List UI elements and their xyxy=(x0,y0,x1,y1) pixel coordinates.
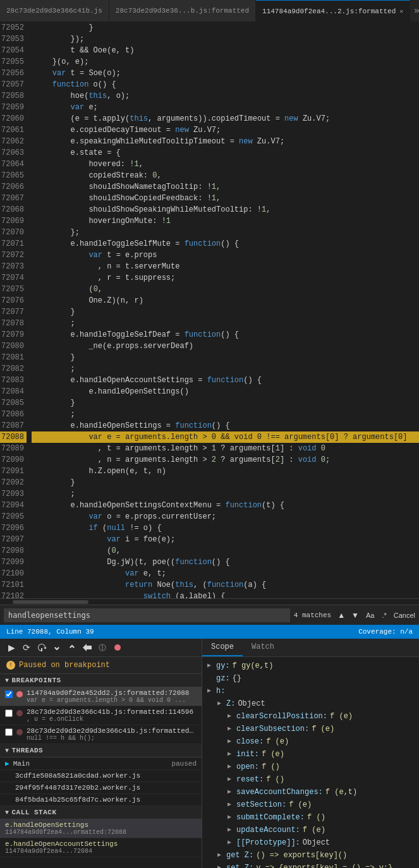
scope-item-3[interactable]: ▶Z:Object xyxy=(202,697,419,710)
tab-2-close[interactable]: ✕ xyxy=(399,8,403,15)
step-button[interactable] xyxy=(81,641,94,654)
resume-button[interactable]: ▶ xyxy=(5,641,18,654)
scope-val-8: f () xyxy=(262,761,280,773)
breakpoint-item-0[interactable]: 114784a9d0f2ea452dd2.js:formatted:72088v… xyxy=(0,687,202,706)
scope-item-0[interactable]: ▶gy:f gy(e,t) xyxy=(202,660,419,672)
code-line-72082: ; xyxy=(32,363,419,375)
breakpoint-item-1[interactable]: 28c73de2d9d3e366c41b.js:formatted:114596… xyxy=(0,706,202,725)
code-line-72092: } xyxy=(32,477,419,488)
threads-header[interactable]: ▼ Threads xyxy=(0,744,202,757)
scope-expand-9[interactable]: ▶ xyxy=(228,774,234,785)
step-over-button[interactable] xyxy=(35,641,48,654)
scope-val-6: f (e) xyxy=(266,736,289,747)
restart-button[interactable]: ⟳ xyxy=(20,641,33,654)
breakpoint-checkbox-1[interactable] xyxy=(5,709,13,717)
scope-val-14: Object xyxy=(303,837,330,848)
scope-item-5[interactable]: ▶clearSubsection:f (e) xyxy=(202,723,419,735)
scope-expand-16[interactable]: ▶ xyxy=(217,862,224,868)
h-scrollbar-thumb[interactable] xyxy=(13,600,88,604)
scope-expand-4[interactable]: ▶ xyxy=(228,711,234,722)
code-line-72100: var e, t; xyxy=(32,568,419,579)
record-button[interactable] xyxy=(111,641,124,654)
scope-item-14[interactable]: ▶[[Prototype]]:Object xyxy=(202,836,419,849)
scope-item-9[interactable]: ▶reset:f () xyxy=(202,773,419,786)
breakpoints-section: ▼ Breakpoints 114784a9d0f2ea452dd2.js:fo… xyxy=(0,674,202,744)
scope-expand-8[interactable]: ▶ xyxy=(228,761,234,773)
thread-item-1[interactable]: 3cdf1e508a5821a0cdad.worker.js xyxy=(0,770,202,782)
search-input[interactable] xyxy=(4,608,290,622)
breakpoint-file-1: 28c73de2d9d3e366c41b.js:formatted:114596 xyxy=(27,708,197,716)
scope-val-3: Object xyxy=(238,698,265,709)
code-lines[interactable]: } }); t && Ooe(e, t) }(o, e); var t = So… xyxy=(32,22,419,598)
breakpoint-checkbox-0[interactable] xyxy=(5,690,13,698)
scope-expand-14[interactable]: ▶ xyxy=(228,837,234,848)
step-into-button[interactable] xyxy=(51,641,63,654)
code-line-72065: copiedStreak: 0, xyxy=(32,170,419,181)
scope-expand-12[interactable]: ▶ xyxy=(228,812,234,823)
scope-key-5: clearSubsection: xyxy=(236,723,309,735)
scope-expand-15[interactable]: ▶ xyxy=(217,850,224,861)
scope-expand-6[interactable]: ▶ xyxy=(228,736,234,747)
tab-1[interactable]: 28c73de2d9d3e36...b.js:formatted xyxy=(109,0,256,21)
horizontal-scrollbar[interactable] xyxy=(0,598,419,605)
regex-button[interactable]: .* xyxy=(379,610,389,620)
scope-expand-2[interactable]: ▶ xyxy=(207,685,214,697)
thread-item-2[interactable]: 294f95f4487d317e20b2.worker.js xyxy=(0,782,202,794)
paused-indicator: ! Paused on breakpoint xyxy=(0,657,202,674)
breakpoint-dot-1 xyxy=(16,710,23,716)
scope-item-13[interactable]: ▶updateAccount:f (e) xyxy=(202,824,419,836)
search-options: ▲ ▼ Aa .* xyxy=(335,608,390,622)
scope-item-6[interactable]: ▶close:f (e) xyxy=(202,735,419,748)
scope-val-11: f (e) xyxy=(289,799,312,811)
scope-expand-10[interactable]: ▶ xyxy=(228,787,234,798)
cursor-position: Line 72088, Column 39 xyxy=(6,628,94,636)
case-sensitive-button[interactable]: Aa xyxy=(363,610,377,620)
breakpoints-header[interactable]: ▼ Breakpoints xyxy=(0,674,202,687)
scope-item-4[interactable]: ▶clearScrollPosition:f (e) xyxy=(202,710,419,723)
disconnect-button[interactable] xyxy=(96,641,109,654)
tab-1-label: 28c73de2d9d3e36...b.js:formatted xyxy=(116,7,249,15)
scope-item-15[interactable]: ▶get Z:() => exports[key]() xyxy=(202,849,419,862)
scope-val-13: f (e) xyxy=(303,824,325,836)
code-line-72081: } xyxy=(32,352,419,363)
scope-item-7[interactable]: ▶init:f (e) xyxy=(202,748,419,761)
search-cancel-button[interactable]: Cancel xyxy=(394,612,415,619)
callstack-header[interactable]: ▼ Call Stack xyxy=(0,806,202,819)
callstack-file-1: 114784a9d0f2ea4...72084 xyxy=(5,848,197,855)
tab-2[interactable]: 114784a9d0f2ea4...2.js:formatted ✕ xyxy=(256,0,410,21)
scope-item-2[interactable]: ▶h: xyxy=(202,685,419,697)
scope-expand-5[interactable]: ▶ xyxy=(228,723,234,735)
code-line-72096: if (null != o) { xyxy=(32,522,419,534)
thread-item-3[interactable]: 84f5bda14b25c65f8d7c.worker.js xyxy=(0,794,202,806)
scope-expand-0[interactable]: ▶ xyxy=(207,660,214,672)
scope-item-12[interactable]: ▶submitComplete:f () xyxy=(202,811,419,824)
scope-expand-3[interactable]: ▶ xyxy=(217,698,224,709)
thread-item-0[interactable]: ▶Mainpaused xyxy=(0,757,202,770)
scope-expand-13[interactable]: ▶ xyxy=(228,824,234,836)
tab-overflow-button[interactable]: » xyxy=(410,6,419,16)
breakpoint-checkbox-2[interactable] xyxy=(5,728,13,736)
scope-item-10[interactable]: ▶saveAccountChanges:f (e,t) xyxy=(202,786,419,799)
callstack-item-1[interactable]: e.handleOpenAccountSettings114784a9d0f2e… xyxy=(0,838,202,857)
scope-expand-7[interactable]: ▶ xyxy=(228,749,234,760)
tab-0[interactable]: 28c73de2d9d3e366c41b.js xyxy=(0,0,109,21)
scope-item-8[interactable]: ▶open:f () xyxy=(202,761,419,773)
callstack-file-0: 114784a9d0f2ea4...ormatted:72088 xyxy=(5,829,197,836)
step-out-button[interactable] xyxy=(66,641,78,654)
breakpoints-arrow: ▼ xyxy=(5,677,9,684)
scope-key-11: setSection: xyxy=(236,799,286,811)
scope-item-16[interactable]: ▶set Z:v => {exports[key] = () => v;} xyxy=(202,862,419,868)
scope-item-11[interactable]: ▶setSection:f (e) xyxy=(202,799,419,811)
scope-tab[interactable]: Scope xyxy=(202,639,243,656)
breakpoint-item-2[interactable]: 28c73de2d9d3e2d9d3e366c41b.js:formatted:… xyxy=(0,725,202,744)
prev-match-button[interactable]: ▲ xyxy=(335,608,348,622)
breakpoint-condition-2: null !== h && h(); xyxy=(27,735,197,742)
callstack-arrow: ▼ xyxy=(5,809,9,816)
code-line-72093: ; xyxy=(32,488,419,500)
watch-tab[interactable]: Watch xyxy=(243,639,283,656)
callstack-item-0[interactable]: e.handleOpenSettings114784a9d0f2ea4...or… xyxy=(0,819,202,838)
next-match-button[interactable]: ▼ xyxy=(349,608,361,622)
scope-val-4: f (e) xyxy=(330,711,353,722)
scope-expand-11[interactable]: ▶ xyxy=(228,799,234,811)
callstack-section: ▼ Call Stack e.handleOpenSettings114784a… xyxy=(0,806,202,868)
